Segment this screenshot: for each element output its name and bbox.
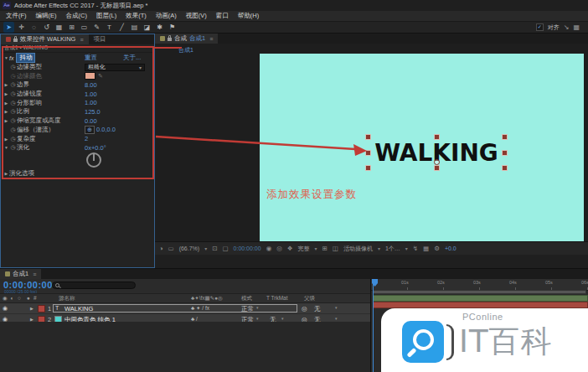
- roto-brush-tool[interactable]: ✱: [154, 22, 165, 33]
- tab-project[interactable]: 项目: [89, 34, 111, 44]
- trkmat-column[interactable]: T TrkMat: [266, 295, 288, 301]
- pixel-aspect-icon[interactable]: ↯: [413, 245, 418, 252]
- expander-icon[interactable]: ▼: [3, 55, 9, 60]
- layer-name[interactable]: WALKING: [64, 305, 93, 313]
- param-value[interactable]: 0.0,0.0: [96, 126, 116, 133]
- zoom-level[interactable]: (66.7%): [179, 245, 200, 251]
- expander-icon[interactable]: ▶: [3, 91, 9, 96]
- panel-menu-icon[interactable]: ≡: [209, 36, 213, 42]
- hand-tool[interactable]: ✛: [16, 22, 27, 33]
- point-picker-icon[interactable]: ⊕: [85, 126, 95, 134]
- param-value[interactable]: 0.00: [85, 117, 97, 125]
- active-camera-select[interactable]: 活动摄像机: [343, 245, 373, 253]
- layer-switches[interactable]: ♣ ✦ / fx: [191, 305, 209, 312]
- source-name-column[interactable]: 源名称: [59, 295, 75, 302]
- selection-handle[interactable]: [502, 134, 508, 140]
- parent-column[interactable]: 父级: [304, 295, 315, 302]
- tab-timeline-comp[interactable]: 合成1 ≡: [0, 269, 41, 279]
- menu-item-effect[interactable]: 效果(T): [126, 12, 147, 20]
- menu-item-window[interactable]: 窗口: [216, 12, 229, 20]
- param-value[interactable]: 2: [85, 135, 88, 142]
- panel-menu-icon[interactable]: ≡: [80, 37, 83, 43]
- resolution-select[interactable]: 完整: [297, 245, 309, 253]
- eyedropper-icon[interactable]: ✎: [98, 73, 103, 80]
- edge-color-swatch[interactable]: [85, 72, 95, 80]
- time-ruler[interactable]: 01s 02s 03s 04s 05s 06s: [371, 279, 588, 291]
- puppet-pin-tool[interactable]: ⚑: [167, 22, 178, 33]
- snap-checkbox[interactable]: ✓: [536, 23, 544, 31]
- layer-2-duration-bar[interactable]: [373, 302, 588, 308]
- stopwatch-icon[interactable]: ◷: [9, 127, 17, 133]
- selection-handle[interactable]: [365, 134, 371, 140]
- layer-row-1[interactable]: ◉ ▶ 1 T WALKING ♣ ✦ / fx 正常 ▾ ◎ 无 ▾: [0, 303, 370, 314]
- stopwatch-icon[interactable]: ◷: [9, 90, 17, 97]
- eye-icon[interactable]: ◉: [3, 305, 8, 312]
- lock-icon[interactable]: [13, 39, 18, 42]
- screen-mode-icon[interactable]: ▭: [168, 245, 174, 252]
- blend-mode-select[interactable]: 正常: [241, 305, 254, 313]
- param-value[interactable]: 125.0: [85, 108, 101, 116]
- composition-canvas[interactable]: WALKING 添加效果设置参数: [260, 54, 584, 252]
- stopwatch-icon[interactable]: ◷: [9, 64, 17, 70]
- pen-tool[interactable]: ✎: [91, 22, 102, 33]
- selection-handle[interactable]: [434, 165, 440, 171]
- about-link[interactable]: 关于...: [123, 54, 141, 62]
- fx-icon[interactable]: fx: [9, 55, 13, 61]
- view-layout-select[interactable]: 1个…: [385, 245, 400, 253]
- expander-icon[interactable]: ▶: [3, 109, 9, 114]
- expander-icon[interactable]: ▶: [3, 171, 9, 176]
- type-tool[interactable]: T: [104, 22, 115, 33]
- expander-icon[interactable]: ▶: [3, 82, 9, 87]
- effect-name[interactable]: 抖动: [16, 53, 35, 63]
- exposure-value[interactable]: +0.0: [445, 245, 456, 251]
- reset-link[interactable]: 重置: [85, 54, 97, 62]
- parent-select[interactable]: 无: [314, 305, 321, 313]
- menu-item-layer[interactable]: 图层(L): [96, 12, 116, 20]
- magnification-icon[interactable]: ◑: [159, 245, 163, 252]
- brush-tool[interactable]: ╱: [116, 22, 127, 33]
- pan-behind-tool[interactable]: ⊞: [66, 22, 77, 33]
- param-value[interactable]: 1.00: [85, 99, 97, 106]
- selection-handle[interactable]: [502, 165, 508, 171]
- selection-handle[interactable]: [502, 150, 508, 156]
- shape-tool[interactable]: ▭: [79, 22, 90, 33]
- selection-handle[interactable]: [365, 150, 371, 156]
- menu-item-edit[interactable]: 编辑(E): [36, 12, 57, 20]
- show-channel-icon[interactable]: ❖: [287, 245, 293, 252]
- workspace-icon[interactable]: ▦: [573, 23, 580, 31]
- selection-handle[interactable]: [365, 165, 371, 171]
- stopwatch-icon[interactable]: ◷: [9, 81, 17, 88]
- show-snapshot-icon[interactable]: ◎: [276, 245, 282, 252]
- playhead-line[interactable]: [373, 279, 374, 372]
- stopwatch-icon[interactable]: ◷: [9, 144, 17, 151]
- rotation-tool[interactable]: ↺: [41, 22, 52, 33]
- fast-previews-icon[interactable]: ▦: [423, 245, 429, 252]
- viewer-timecode[interactable]: 0:00:00:00: [234, 245, 261, 251]
- zoom-tool[interactable]: ◌: [28, 22, 39, 33]
- expander-icon[interactable]: ▶: [3, 118, 9, 123]
- param-value[interactable]: 8.00: [85, 81, 97, 89]
- tab-composition[interactable]: 合成 合成1 ≡: [155, 34, 218, 44]
- comp-navigator[interactable]: 合成1: [178, 46, 193, 54]
- tab-effect-controls[interactable]: 效果控件 WALKING ≡: [1, 34, 89, 44]
- layer-expander-icon[interactable]: ▶: [30, 306, 34, 311]
- expander-icon[interactable]: ▼: [3, 145, 9, 150]
- resize-icon[interactable]: ↘: [564, 23, 570, 31]
- stopwatch-icon[interactable]: ◷: [9, 108, 17, 115]
- layer-switches[interactable]: ♣ /: [191, 316, 198, 322]
- edge-type-dropdown[interactable]: 粗糙化 ▾: [85, 64, 145, 71]
- param-value[interactable]: 1.00: [85, 90, 97, 98]
- work-area-bar[interactable]: [373, 290, 586, 294]
- mask-visibility-icon[interactable]: ▢: [222, 245, 228, 252]
- text-layer-selection[interactable]: WALKING: [369, 137, 504, 168]
- expander-icon[interactable]: ▶: [3, 137, 9, 142]
- menu-item-animation[interactable]: 动画(A): [156, 12, 177, 20]
- stopwatch-icon[interactable]: ◷: [9, 136, 17, 142]
- anchor-point[interactable]: [434, 159, 440, 165]
- menu-item-view[interactable]: 视图(V): [186, 12, 207, 20]
- transparency-grid-icon[interactable]: ◫: [333, 245, 338, 252]
- label-color-chip[interactable]: [38, 305, 45, 313]
- expander-icon[interactable]: ▶: [3, 101, 9, 106]
- layer-1-duration-bar[interactable]: [373, 295, 588, 302]
- selection-handle[interactable]: [434, 134, 440, 140]
